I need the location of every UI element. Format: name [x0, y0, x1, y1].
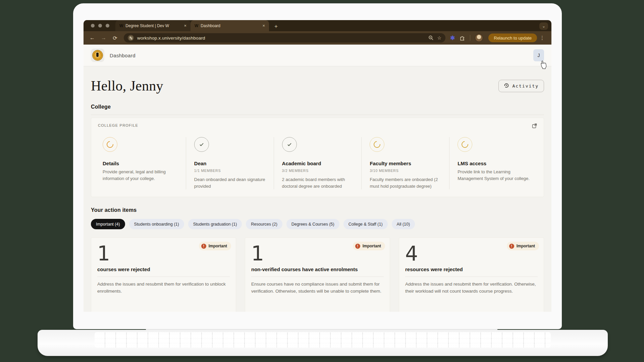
step-members: 3/2 MEMBERS [282, 169, 354, 173]
browser-tab-bar: W Degree Student | Dev W × W Dashboard ×… [84, 20, 551, 31]
step-description: Provide link to the Learning Management … [458, 169, 530, 182]
minimize-window-icon[interactable] [98, 24, 102, 27]
action-items-heading: Your action items [91, 207, 544, 213]
profile-step-lms-access[interactable]: LMS access Provide link to the Learning … [449, 137, 537, 189]
badge-label: Important [517, 244, 535, 248]
college-section-heading: College [91, 104, 544, 110]
back-icon[interactable]: ← [88, 35, 97, 41]
important-badge: ! Important [199, 242, 231, 250]
in-progress-icon [458, 137, 472, 152]
step-members: 3/10 MEMBERS [370, 169, 442, 173]
close-tab-icon[interactable]: × [184, 23, 186, 28]
step-description: 2 academic board members with doctoral d… [282, 176, 354, 189]
activity-button-label: Activity [512, 83, 539, 88]
filter-chip-resources[interactable]: Resources (2) [246, 219, 282, 229]
relaunch-to-update-button[interactable]: Relaunch to update [488, 34, 537, 42]
page-title: Dashboard [110, 53, 136, 58]
browser-tab-degree-student[interactable]: W Degree Student | Dev W × [115, 20, 191, 31]
maximize-window-icon[interactable] [106, 24, 109, 27]
in-progress-icon [103, 137, 117, 152]
badge-label: Important [209, 244, 227, 248]
important-exclamation-icon: ! [355, 244, 360, 249]
url-text: workshop.x.university/dashboard [137, 36, 422, 41]
tab-search-chevron-icon[interactable]: ⌄ [539, 22, 548, 30]
important-badge: ! Important [507, 242, 539, 250]
step-description: Dean onboarded and dean signature provid… [194, 176, 266, 189]
badge-label: Important [363, 244, 381, 248]
forward-icon[interactable]: → [99, 35, 108, 41]
important-badge: ! Important [353, 242, 385, 250]
step-title: LMS access [458, 161, 530, 166]
card-title: non-verified courses have active enrolme… [251, 266, 384, 272]
tab-favicon: W [119, 23, 123, 28]
page-content: Hello, Jenny Activity College [84, 78, 551, 312]
profile-step-faculty-members[interactable]: Faculty members 3/10 MEMBERS Faculty mem… [361, 137, 449, 189]
browser-toolbar: ← → ⟳ workshop.x.university/dashboard ☆ [84, 31, 551, 45]
filter-chip-students-onboarding[interactable]: Students onboarding (1) [129, 219, 184, 229]
college-profile-label: COLLEGE PROFILE [98, 123, 138, 127]
check-icon [282, 137, 297, 152]
profile-step-academic-board[interactable]: Academic board 3/2 MEMBERS 2 academic bo… [274, 137, 362, 189]
profile-steps: Details Provide general, legal and billi… [98, 137, 537, 189]
in-progress-icon [370, 137, 384, 152]
profile-step-details[interactable]: Details Provide general, legal and billi… [98, 137, 186, 189]
college-crest-icon [92, 50, 103, 61]
step-title: Dean [194, 161, 266, 166]
college-profile-card: COLLEGE PROFILE Details Pr [91, 118, 544, 197]
college-logo[interactable] [91, 49, 104, 62]
close-window-icon[interactable] [91, 24, 95, 27]
reload-icon[interactable]: ⟳ [110, 35, 120, 41]
profile-step-dean[interactable]: Dean 1/1 MEMBERS Dean onboarded and dean… [186, 137, 274, 189]
step-title: Academic board [282, 161, 354, 166]
app-header: Dashboard J [84, 45, 551, 66]
step-title: Details [103, 161, 178, 166]
filter-chip-college-staff[interactable]: College & Staff (1) [343, 219, 388, 229]
action-item-filters: Important (4) Students onboarding (1) St… [91, 219, 544, 229]
card-title: courses were rejected [97, 266, 230, 272]
close-tab-icon[interactable]: × [262, 23, 265, 28]
laptop-screen: W Degree Student | Dev W × W Dashboard ×… [73, 3, 562, 329]
card-divider [405, 277, 538, 277]
external-link-icon[interactable] [532, 123, 537, 128]
card-description: Address the issues and resubmit them for… [405, 281, 538, 300]
important-exclamation-icon: ! [201, 244, 206, 249]
extensions-icon[interactable] [460, 35, 465, 41]
site-info-icon[interactable] [128, 35, 134, 41]
zoom-out-icon[interactable] [428, 35, 434, 41]
filter-chip-all[interactable]: All (10) [392, 219, 415, 229]
address-bar[interactable]: workshop.x.university/dashboard ☆ [124, 33, 445, 43]
filter-chip-students-graduation[interactable]: Students graduation (1) [188, 219, 242, 229]
activity-button[interactable]: Activity [498, 80, 544, 92]
step-description: Provide general, legal and billing infor… [103, 169, 178, 182]
card-title: resources were rejected [405, 266, 538, 272]
card-divider [97, 277, 230, 277]
browser-menu-icon[interactable]: ⋮ [540, 35, 545, 41]
card-description: Ensure courses have no compliance issues… [251, 281, 384, 300]
laptop-keyboard [95, 332, 551, 348]
check-icon [194, 137, 209, 152]
tab-title: Degree Student | Dev W [125, 23, 181, 28]
filter-chip-important[interactable]: Important (4) [91, 219, 125, 229]
action-card-courses-rejected: ! Important 1 courses were rejected Addr… [91, 237, 236, 312]
greeting-heading: Hello, Jenny [91, 78, 163, 94]
action-item-cards: ! Important 1 courses were rejected Addr… [91, 237, 544, 312]
section-divider [91, 115, 544, 115]
chrome-update-icon[interactable]: ✱ [450, 35, 455, 42]
user-avatar[interactable]: J [533, 49, 544, 61]
important-exclamation-icon: ! [509, 244, 514, 249]
browser-profile-avatar[interactable] [475, 34, 483, 42]
step-members: 1/1 MEMBERS [194, 169, 266, 173]
new-tab-button[interactable]: + [272, 23, 280, 30]
browser-window: W Degree Student | Dev W × W Dashboard ×… [84, 20, 551, 312]
step-title: Faculty members [370, 161, 442, 166]
action-card-nonverified-courses: ! Important 1 non-verified courses have … [245, 237, 390, 312]
bookmark-star-icon[interactable]: ☆ [437, 35, 441, 41]
tab-favicon: W [195, 23, 198, 28]
browser-tab-dashboard[interactable]: W Dashboard × [191, 20, 269, 31]
page-viewport: Dashboard J Hello, Jenny Activity [84, 45, 551, 312]
window-controls[interactable] [84, 20, 115, 31]
step-description: Faculty members are onboarded (2 must ho… [370, 176, 442, 189]
tab-title: Dashboard [201, 23, 260, 28]
filter-chip-degrees-courses[interactable]: Degrees & Courses (5) [286, 219, 339, 229]
history-icon [504, 83, 509, 89]
